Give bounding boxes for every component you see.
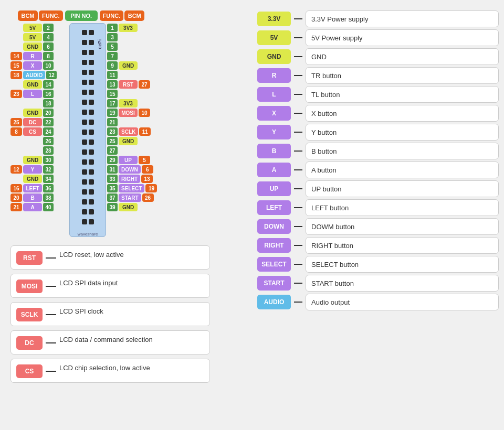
bcm-badge: 6 — [142, 165, 153, 174]
bcm-badge: 19 — [145, 184, 157, 192]
connector — [294, 188, 302, 189]
pin-num: 26 — [43, 137, 54, 145]
pin-num: 33 — [107, 175, 118, 183]
func-badge: Y — [23, 165, 42, 174]
legend-text-sclk: LCD SPI clock — [59, 307, 103, 316]
signal-badge-5v: 5V — [257, 30, 291, 45]
board-pin-row — [82, 167, 94, 177]
func-badge: MOSI — [119, 109, 138, 117]
connector — [294, 302, 302, 303]
pin-row: 13 RST 27 — [107, 80, 165, 89]
func-badge: A — [23, 203, 42, 211]
pin-num: 34 — [43, 175, 54, 183]
signal-badge-x: X — [257, 106, 291, 121]
bcm-badge: 21 — [10, 203, 22, 211]
pin-row: 29 UP 5 — [107, 155, 165, 165]
legend-text-dc: LCD data / command selection — [59, 335, 153, 345]
signal-box-l: TL button — [306, 86, 499, 103]
pin-num: 22 — [43, 118, 54, 126]
connector — [294, 226, 302, 227]
legend-item-mosi: MOSI LCD SPI data input — [10, 274, 210, 298]
signal-row-select: SELECT SELECT button — [257, 256, 499, 273]
signal-badge-r: R — [257, 68, 291, 83]
connector — [294, 283, 302, 284]
pin-row: 28 — [10, 146, 68, 155]
func-badge: DOWN — [119, 165, 141, 174]
legend-item-rst: RST LCD reset, low active — [10, 245, 210, 270]
pin-row: 33 RIGHT 13 — [107, 174, 165, 184]
signal-row-b: B B button — [257, 143, 499, 159]
board-pin-row — [82, 58, 94, 67]
bcm-badge: 25 — [10, 118, 22, 126]
bcm-badge: 8 — [10, 127, 22, 136]
bcm-badge: 27 — [139, 80, 150, 89]
signal-badge-y: Y — [257, 125, 291, 139]
board-pin-row — [82, 88, 94, 97]
pin-row: 3 — [107, 33, 165, 42]
connector — [294, 132, 302, 133]
bcm-badge: 12 — [10, 165, 22, 174]
pin-num: 23 — [107, 127, 118, 136]
left-panel: BCM FUNC. PIN NO. FUNC. BCM 5V 2 5V 4 GN… — [0, 0, 252, 430]
signal-box-x: X button — [306, 105, 499, 122]
board-pin-row — [82, 117, 94, 127]
signal-row-down: DOWN DOWM button — [257, 218, 499, 235]
connector — [294, 207, 302, 208]
pin-num: 28 — [43, 146, 54, 155]
connector — [294, 264, 302, 265]
pin-row: 14 R 8 — [10, 51, 68, 61]
pin-num: 9 — [107, 61, 118, 70]
func-badge: GND — [23, 156, 42, 164]
signal-row-gnd: GND GND — [257, 48, 499, 65]
pin-num: 3 — [107, 33, 118, 41]
board-pin-row — [82, 137, 94, 147]
func-badge: GND — [23, 109, 42, 117]
connector — [294, 150, 302, 152]
signal-box-3v3: 3.3V Power supply — [306, 10, 499, 27]
pin-num: 30 — [43, 156, 54, 164]
pin-num: 8 — [43, 52, 54, 60]
signal-row-x: X X button — [257, 105, 499, 122]
pin-num: 37 — [107, 194, 118, 202]
pin-row: 11 — [107, 70, 165, 80]
board-pin-row — [82, 157, 94, 167]
board-pin-row — [82, 177, 94, 187]
pin-row: 23 SCLK 11 — [107, 127, 165, 136]
func-badge: R — [23, 52, 42, 60]
pin-row: 16 LEFT 36 — [10, 184, 68, 193]
signal-row-y: Y Y button — [257, 124, 499, 141]
bcm-badge: 26 — [142, 194, 154, 202]
pin-num: 11 — [107, 71, 118, 79]
pin-num: 17 — [107, 99, 118, 108]
connector — [46, 371, 56, 372]
pin-row: 7 — [107, 51, 165, 61]
func-badge: GND — [119, 61, 138, 70]
pin-diagram: 5V 2 5V 4 GND 6 14 R 8 15 — [10, 23, 247, 237]
header-bcm-right: BCM — [124, 10, 144, 21]
func-badge: SCLK — [119, 127, 138, 136]
legend-badge-rst: RST — [16, 251, 43, 265]
pin-num: 32 — [43, 165, 54, 174]
connector — [294, 56, 302, 57]
connector — [294, 245, 302, 246]
connector — [294, 75, 302, 76]
center-board: cePi — [69, 23, 106, 237]
signal-row-3v3: 3.3V 3.3V Power supply — [257, 10, 499, 27]
pin-row: 26 — [10, 136, 68, 146]
signal-badge-down: DOWN — [257, 219, 291, 234]
pin-row: GND 34 — [10, 174, 68, 184]
header-bcm-left: BCM — [18, 10, 38, 21]
signal-badge-right: RIGHT — [257, 238, 291, 253]
pin-row: 9 GND — [107, 61, 165, 70]
pin-row: 37 START 26 — [107, 193, 165, 202]
pin-row: 23 L 16 — [10, 89, 68, 99]
board-pin-row — [82, 98, 94, 107]
pin-num: 1 — [107, 24, 118, 32]
signal-row-right: RIGHT RIGHT button — [257, 237, 499, 254]
signal-badge-b: B — [257, 144, 291, 158]
signal-box-gnd: GND — [306, 48, 499, 65]
pin-row: 12 Y 32 — [10, 165, 68, 174]
func-badge: 3V3 — [119, 24, 138, 32]
pin-row: 15 X 10 — [10, 61, 68, 70]
legend-badge-dc: DC — [16, 336, 43, 350]
